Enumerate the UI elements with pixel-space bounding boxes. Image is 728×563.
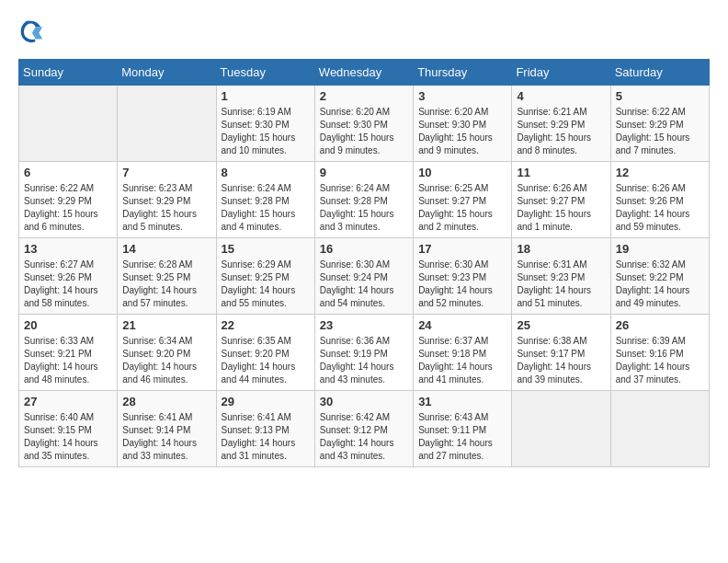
calendar-week-row: 13Sunrise: 6:27 AM Sunset: 9:26 PM Dayli…	[19, 238, 710, 315]
day-info: Sunrise: 6:26 AM Sunset: 9:26 PM Dayligh…	[616, 182, 704, 234]
day-number: 14	[122, 242, 210, 256]
day-number: 20	[24, 318, 112, 332]
day-number: 17	[418, 242, 506, 256]
day-info: Sunrise: 6:28 AM Sunset: 9:25 PM Dayligh…	[122, 259, 210, 310]
day-info: Sunrise: 6:42 AM Sunset: 9:12 PM Dayligh…	[320, 411, 408, 463]
day-info: Sunrise: 6:26 AM Sunset: 9:27 PM Dayligh…	[517, 182, 605, 234]
day-info: Sunrise: 6:33 AM Sunset: 9:21 PM Dayligh…	[24, 335, 112, 386]
calendar-header-sunday: Sunday	[19, 60, 118, 86]
day-number: 10	[418, 166, 506, 179]
day-number: 30	[320, 395, 408, 408]
day-number: 16	[320, 242, 408, 256]
calendar-cell: 30Sunrise: 6:42 AM Sunset: 9:12 PM Dayli…	[314, 391, 413, 467]
calendar-cell: 21Sunrise: 6:34 AM Sunset: 9:20 PM Dayli…	[118, 315, 216, 391]
calendar-cell: 16Sunrise: 6:30 AM Sunset: 9:24 PM Dayli…	[314, 238, 413, 315]
day-info: Sunrise: 6:40 AM Sunset: 9:15 PM Dayligh…	[24, 411, 112, 463]
calendar-header-tuesday: Tuesday	[216, 60, 314, 86]
day-info: Sunrise: 6:43 AM Sunset: 9:11 PM Dayligh…	[418, 411, 506, 463]
day-number: 5	[616, 89, 704, 103]
day-number: 2	[320, 89, 408, 103]
day-number: 26	[616, 318, 704, 332]
day-number: 27	[24, 395, 112, 408]
day-number: 31	[418, 395, 506, 408]
calendar-cell: 22Sunrise: 6:35 AM Sunset: 9:20 PM Dayli…	[216, 315, 314, 391]
calendar-cell: 7Sunrise: 6:23 AM Sunset: 9:29 PM Daylig…	[118, 162, 216, 238]
day-info: Sunrise: 6:22 AM Sunset: 9:29 PM Dayligh…	[24, 182, 112, 234]
day-info: Sunrise: 6:27 AM Sunset: 9:26 PM Dayligh…	[24, 259, 112, 310]
day-info: Sunrise: 6:41 AM Sunset: 9:14 PM Dayligh…	[122, 411, 210, 463]
calendar-cell: 27Sunrise: 6:40 AM Sunset: 9:15 PM Dayli…	[19, 391, 118, 467]
calendar-cell: 14Sunrise: 6:28 AM Sunset: 9:25 PM Dayli…	[118, 238, 216, 315]
day-number: 6	[24, 166, 112, 179]
calendar-cell: 3Sunrise: 6:20 AM Sunset: 9:30 PM Daylig…	[414, 86, 512, 162]
calendar-cell: 18Sunrise: 6:31 AM Sunset: 9:23 PM Dayli…	[512, 238, 610, 315]
day-info: Sunrise: 6:34 AM Sunset: 9:20 PM Dayligh…	[122, 335, 210, 386]
page-header	[18, 18, 710, 44]
calendar-cell: 5Sunrise: 6:22 AM Sunset: 9:29 PM Daylig…	[610, 86, 709, 162]
day-info: Sunrise: 6:23 AM Sunset: 9:29 PM Dayligh…	[122, 182, 210, 234]
day-number: 21	[122, 318, 210, 332]
day-info: Sunrise: 6:24 AM Sunset: 9:28 PM Dayligh…	[320, 182, 408, 234]
calendar-cell: 25Sunrise: 6:38 AM Sunset: 9:17 PM Dayli…	[512, 315, 610, 391]
calendar-header-friday: Friday	[512, 60, 610, 86]
day-info: Sunrise: 6:36 AM Sunset: 9:19 PM Dayligh…	[320, 335, 408, 386]
calendar-header-wednesday: Wednesday	[314, 60, 413, 86]
calendar-cell: 31Sunrise: 6:43 AM Sunset: 9:11 PM Dayli…	[414, 391, 512, 467]
calendar-week-row: 20Sunrise: 6:33 AM Sunset: 9:21 PM Dayli…	[19, 315, 710, 391]
calendar-cell: 11Sunrise: 6:26 AM Sunset: 9:27 PM Dayli…	[512, 162, 610, 238]
day-number: 29	[222, 395, 310, 408]
day-info: Sunrise: 6:35 AM Sunset: 9:20 PM Dayligh…	[222, 335, 310, 386]
logo-icon	[18, 18, 44, 44]
day-number: 15	[222, 242, 310, 256]
day-info: Sunrise: 6:20 AM Sunset: 9:30 PM Dayligh…	[320, 106, 408, 157]
calendar-cell: 4Sunrise: 6:21 AM Sunset: 9:29 PM Daylig…	[512, 86, 610, 162]
day-number: 9	[320, 166, 408, 179]
calendar-week-row: 27Sunrise: 6:40 AM Sunset: 9:15 PM Dayli…	[19, 391, 710, 467]
day-number: 8	[222, 166, 310, 179]
day-info: Sunrise: 6:30 AM Sunset: 9:24 PM Dayligh…	[320, 259, 408, 310]
day-number: 13	[24, 242, 112, 256]
calendar-cell: 12Sunrise: 6:26 AM Sunset: 9:26 PM Dayli…	[610, 162, 709, 238]
day-info: Sunrise: 6:32 AM Sunset: 9:22 PM Dayligh…	[616, 259, 704, 310]
day-number: 23	[320, 318, 408, 332]
calendar-cell: 13Sunrise: 6:27 AM Sunset: 9:26 PM Dayli…	[19, 238, 118, 315]
day-number: 4	[517, 89, 605, 103]
day-number: 18	[517, 242, 605, 256]
calendar-table: SundayMondayTuesdayWednesdayThursdayFrid…	[18, 59, 710, 467]
day-number: 7	[122, 166, 210, 179]
day-info: Sunrise: 6:41 AM Sunset: 9:13 PM Dayligh…	[222, 411, 310, 463]
calendar-cell: 19Sunrise: 6:32 AM Sunset: 9:22 PM Dayli…	[610, 238, 709, 315]
day-number: 24	[418, 318, 506, 332]
calendar-week-row: 1Sunrise: 6:19 AM Sunset: 9:30 PM Daylig…	[19, 86, 710, 162]
calendar-cell	[610, 391, 709, 467]
day-info: Sunrise: 6:31 AM Sunset: 9:23 PM Dayligh…	[517, 259, 605, 310]
day-number: 22	[222, 318, 310, 332]
day-info: Sunrise: 6:29 AM Sunset: 9:25 PM Dayligh…	[222, 259, 310, 310]
calendar-cell: 28Sunrise: 6:41 AM Sunset: 9:14 PM Dayli…	[118, 391, 216, 467]
day-info: Sunrise: 6:30 AM Sunset: 9:23 PM Dayligh…	[418, 259, 506, 310]
calendar-cell: 20Sunrise: 6:33 AM Sunset: 9:21 PM Dayli…	[19, 315, 118, 391]
day-info: Sunrise: 6:38 AM Sunset: 9:17 PM Dayligh…	[517, 335, 605, 386]
calendar-cell: 26Sunrise: 6:39 AM Sunset: 9:16 PM Dayli…	[610, 315, 709, 391]
calendar-header-monday: Monday	[118, 60, 216, 86]
day-info: Sunrise: 6:19 AM Sunset: 9:30 PM Dayligh…	[222, 106, 310, 157]
calendar-cell: 29Sunrise: 6:41 AM Sunset: 9:13 PM Dayli…	[216, 391, 314, 467]
calendar-cell: 24Sunrise: 6:37 AM Sunset: 9:18 PM Dayli…	[414, 315, 512, 391]
day-number: 19	[616, 242, 704, 256]
day-number: 25	[517, 318, 605, 332]
calendar-week-row: 6Sunrise: 6:22 AM Sunset: 9:29 PM Daylig…	[19, 162, 710, 238]
calendar-cell: 2Sunrise: 6:20 AM Sunset: 9:30 PM Daylig…	[314, 86, 413, 162]
calendar-header-row: SundayMondayTuesdayWednesdayThursdayFrid…	[19, 60, 710, 86]
day-number: 28	[122, 395, 210, 408]
calendar-cell: 17Sunrise: 6:30 AM Sunset: 9:23 PM Dayli…	[414, 238, 512, 315]
day-info: Sunrise: 6:39 AM Sunset: 9:16 PM Dayligh…	[616, 335, 704, 386]
calendar-cell: 15Sunrise: 6:29 AM Sunset: 9:25 PM Dayli…	[216, 238, 314, 315]
calendar-cell: 6Sunrise: 6:22 AM Sunset: 9:29 PM Daylig…	[19, 162, 118, 238]
calendar-cell	[118, 86, 216, 162]
calendar-cell: 8Sunrise: 6:24 AM Sunset: 9:28 PM Daylig…	[216, 162, 314, 238]
day-info: Sunrise: 6:24 AM Sunset: 9:28 PM Dayligh…	[222, 182, 310, 234]
day-number: 12	[616, 166, 704, 179]
day-info: Sunrise: 6:37 AM Sunset: 9:18 PM Dayligh…	[418, 335, 506, 386]
calendar-cell: 9Sunrise: 6:24 AM Sunset: 9:28 PM Daylig…	[314, 162, 413, 238]
day-number: 11	[517, 166, 605, 179]
